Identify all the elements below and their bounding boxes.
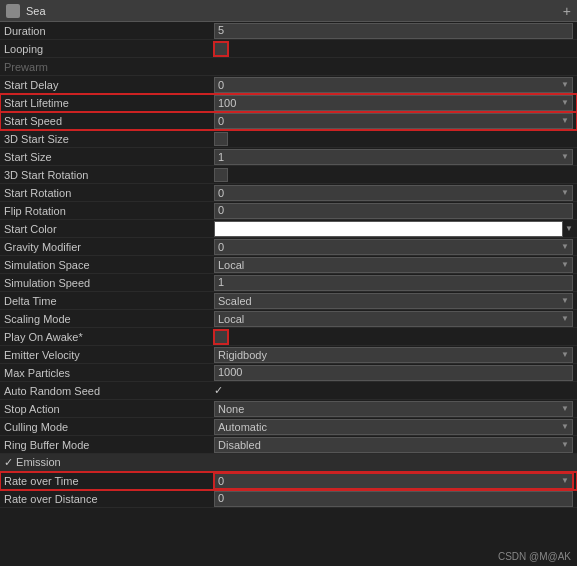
rate-over-distance-label: Rate over Distance bbox=[4, 493, 214, 505]
chevron-down-icon: ▼ bbox=[561, 260, 569, 269]
emission-label: ✓ Emission bbox=[4, 456, 61, 469]
culling-mode-dropdown[interactable]: Automatic ▼ bbox=[214, 419, 573, 435]
3d-start-size-checkbox[interactable] bbox=[214, 132, 228, 146]
rate-over-time-value: 0 ▼ bbox=[214, 473, 573, 489]
scaling-mode-row: Scaling Mode Local ▼ bbox=[0, 310, 577, 328]
prewarm-label: Prewarm bbox=[4, 61, 214, 73]
play-on-awake-label: Play On Awake* bbox=[4, 331, 214, 343]
ring-buffer-mode-dropdown[interactable]: Disabled ▼ bbox=[214, 437, 573, 453]
play-on-awake-checkbox[interactable] bbox=[214, 330, 228, 344]
emitter-velocity-label: Emitter Velocity bbox=[4, 349, 214, 361]
start-lifetime-label: Start Lifetime bbox=[4, 97, 214, 109]
emission-section-header[interactable]: ✓ Emission bbox=[0, 454, 577, 472]
simulation-speed-field[interactable]: 1 bbox=[214, 275, 573, 291]
rate-over-distance-field[interactable]: 0 bbox=[214, 491, 573, 507]
properties-panel: Duration 5 Looping Prewarm Start Delay 0… bbox=[0, 22, 577, 566]
start-size-dropdown[interactable]: 1 ▼ bbox=[214, 149, 573, 165]
stop-action-dropdown[interactable]: None ▼ bbox=[214, 401, 573, 417]
start-color-field[interactable] bbox=[214, 221, 563, 237]
gravity-modifier-label: Gravity Modifier bbox=[4, 241, 214, 253]
start-rotation-value: 0 ▼ bbox=[214, 185, 573, 201]
ring-buffer-mode-label: Ring Buffer Mode bbox=[4, 439, 214, 451]
start-size-value: 1 ▼ bbox=[214, 149, 573, 165]
delta-time-dropdown[interactable]: Scaled ▼ bbox=[214, 293, 573, 309]
start-delay-row: Start Delay 0 ▼ bbox=[0, 76, 577, 94]
auto-random-seed-checkmark: ✓ bbox=[214, 384, 223, 397]
flip-rotation-field[interactable]: 0 bbox=[214, 203, 573, 219]
start-lifetime-row: Start Lifetime 100 ▼ bbox=[0, 94, 577, 112]
flip-rotation-value: 0 bbox=[214, 203, 573, 219]
scaling-mode-dropdown[interactable]: Local ▼ bbox=[214, 311, 573, 327]
title-bar: Sea + bbox=[0, 0, 577, 22]
start-rotation-row: Start Rotation 0 ▼ bbox=[0, 184, 577, 202]
3d-start-size-label: 3D Start Size bbox=[4, 133, 214, 145]
3d-start-rotation-label: 3D Start Rotation bbox=[4, 169, 214, 181]
rate-over-time-label: Rate over Time bbox=[4, 475, 214, 487]
rate-over-distance-value: 0 bbox=[214, 491, 573, 507]
start-speed-label: Start Speed bbox=[4, 115, 214, 127]
rate-over-time-row: Rate over Time 0 ▼ bbox=[0, 472, 577, 490]
start-color-label: Start Color bbox=[4, 223, 214, 235]
scaling-mode-value: Local ▼ bbox=[214, 311, 573, 327]
delta-time-value: Scaled ▼ bbox=[214, 293, 573, 309]
duration-label: Duration bbox=[4, 25, 214, 37]
emitter-velocity-dropdown[interactable]: Rigidbody ▼ bbox=[214, 347, 573, 363]
simulation-speed-row: Simulation Speed 1 bbox=[0, 274, 577, 292]
flip-rotation-row: Flip Rotation 0 bbox=[0, 202, 577, 220]
gravity-modifier-dropdown[interactable]: 0 ▼ bbox=[214, 239, 573, 255]
ring-buffer-mode-value: Disabled ▼ bbox=[214, 437, 573, 453]
3d-start-rotation-checkbox[interactable] bbox=[214, 168, 228, 182]
start-delay-label: Start Delay bbox=[4, 79, 214, 91]
chevron-down-icon: ▼ bbox=[561, 476, 569, 485]
stop-action-row: Stop Action None ▼ bbox=[0, 400, 577, 418]
start-rotation-dropdown[interactable]: 0 ▼ bbox=[214, 185, 573, 201]
rate-over-time-dropdown[interactable]: 0 ▼ bbox=[214, 473, 573, 489]
looping-checkbox[interactable] bbox=[214, 42, 228, 56]
3d-start-rotation-row: 3D Start Rotation bbox=[0, 166, 577, 184]
chevron-down-icon: ▼ bbox=[565, 224, 573, 233]
culling-mode-row: Culling Mode Automatic ▼ bbox=[0, 418, 577, 436]
3d-start-size-value bbox=[214, 132, 573, 146]
start-delay-dropdown[interactable]: 0 ▼ bbox=[214, 77, 573, 93]
chevron-down-icon: ▼ bbox=[561, 152, 569, 161]
max-particles-row: Max Particles 1000 bbox=[0, 364, 577, 382]
3d-start-rotation-value bbox=[214, 168, 573, 182]
simulation-space-dropdown[interactable]: Local ▼ bbox=[214, 257, 573, 273]
delta-time-row: Delta Time Scaled ▼ bbox=[0, 292, 577, 310]
start-lifetime-dropdown[interactable]: 100 ▼ bbox=[214, 95, 573, 111]
chevron-down-icon: ▼ bbox=[561, 242, 569, 251]
max-particles-field[interactable]: 1000 bbox=[214, 365, 573, 381]
start-speed-dropdown[interactable]: 0 ▼ bbox=[214, 113, 573, 129]
simulation-space-value: Local ▼ bbox=[214, 257, 573, 273]
duration-row: Duration 5 bbox=[0, 22, 577, 40]
auto-random-seed-row: Auto Random Seed ✓ bbox=[0, 382, 577, 400]
chevron-down-icon: ▼ bbox=[561, 296, 569, 305]
start-rotation-label: Start Rotation bbox=[4, 187, 214, 199]
duration-field[interactable]: 5 bbox=[214, 23, 573, 39]
start-color-value: ▼ bbox=[214, 221, 573, 237]
max-particles-label: Max Particles bbox=[4, 367, 214, 379]
chevron-down-icon: ▼ bbox=[561, 98, 569, 107]
chevron-down-icon: ▼ bbox=[561, 80, 569, 89]
scaling-mode-label: Scaling Mode bbox=[4, 313, 214, 325]
start-size-row: Start Size 1 ▼ bbox=[0, 148, 577, 166]
simulation-speed-label: Simulation Speed bbox=[4, 277, 214, 289]
chevron-down-icon: ▼ bbox=[561, 404, 569, 413]
auto-random-seed-value: ✓ bbox=[214, 384, 573, 397]
chevron-down-icon: ▼ bbox=[561, 422, 569, 431]
delta-time-label: Delta Time bbox=[4, 295, 214, 307]
chevron-down-icon: ▼ bbox=[561, 350, 569, 359]
gravity-modifier-row: Gravity Modifier 0 ▼ bbox=[0, 238, 577, 256]
stop-action-value: None ▼ bbox=[214, 401, 573, 417]
flip-rotation-label: Flip Rotation bbox=[4, 205, 214, 217]
watermark-text: CSDN @M@AK bbox=[498, 551, 571, 562]
chevron-down-icon: ▼ bbox=[561, 440, 569, 449]
ring-buffer-mode-row: Ring Buffer Mode Disabled ▼ bbox=[0, 436, 577, 454]
stop-action-label: Stop Action bbox=[4, 403, 214, 415]
chevron-down-icon: ▼ bbox=[561, 116, 569, 125]
start-speed-value: 0 ▼ bbox=[214, 113, 573, 129]
chevron-down-icon: ▼ bbox=[561, 188, 569, 197]
simulation-space-label: Simulation Space bbox=[4, 259, 214, 271]
looping-row: Looping bbox=[0, 40, 577, 58]
add-button[interactable]: + bbox=[563, 3, 571, 19]
